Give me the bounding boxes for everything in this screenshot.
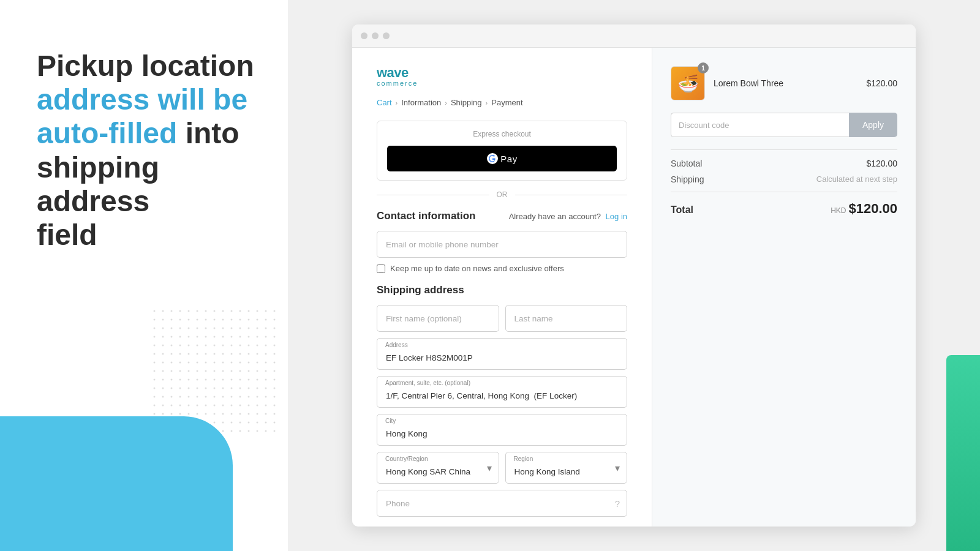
discount-row: Apply [671, 113, 897, 137]
first-name-input[interactable] [377, 305, 499, 332]
headline-text: Pickup location address will be auto-fil… [37, 49, 257, 252]
headline-line1: Pickup location [37, 50, 254, 82]
login-link[interactable]: Log in [606, 212, 627, 221]
breadcrumb-sep3: › [486, 99, 488, 107]
order-item: 🍜 1 Lorem Bowl Three $120.00 [671, 66, 897, 100]
summary-divider [671, 149, 897, 150]
apt-input[interactable] [377, 376, 627, 408]
gpay-label: Pay [500, 154, 517, 164]
total-label: Total [671, 204, 693, 216]
shipping-row: Shipping Calculated at next step [671, 174, 897, 184]
address-group: Address [377, 338, 627, 370]
logo-area: wave commerce [377, 66, 627, 87]
total-value: $120.00 [848, 201, 897, 217]
region-group: Region Hong Kong Island ▾ [505, 452, 628, 484]
item-info: Lorem Bowl Three [714, 78, 858, 88]
shipping-value: Calculated at next step [816, 174, 897, 184]
apply-discount-button[interactable]: Apply [849, 113, 897, 137]
browser-dot-red [361, 32, 368, 39]
country-group: Country/Region Hong Kong SAR China ▾ [377, 452, 499, 484]
country-select[interactable]: Hong Kong SAR China [377, 452, 499, 484]
address-input[interactable] [377, 338, 627, 370]
shipping-section: Shipping address Address [377, 284, 627, 517]
discount-input[interactable] [671, 113, 849, 137]
last-name-group [505, 305, 628, 332]
or-text: OR [497, 190, 508, 199]
express-checkout-title: Express checkout [387, 130, 617, 138]
gpay-g-logo [486, 152, 499, 165]
city-input[interactable] [377, 414, 627, 446]
country-region-row: Country/Region Hong Kong SAR China ▾ Reg… [377, 452, 627, 484]
breadcrumb: Cart › Information › Shipping › Payment [377, 98, 627, 107]
left-panel: Pickup location address will be auto-fil… [0, 0, 288, 551]
breadcrumb-shipping[interactable]: Shipping [451, 98, 482, 107]
browser-dot-yellow [372, 32, 379, 39]
shipping-section-title: Shipping address [377, 284, 627, 296]
shipping-label: Shipping [671, 174, 704, 184]
total-row: Total HKD $120.00 [671, 192, 897, 217]
already-account-text: Already have an account? Log in [509, 212, 627, 221]
contact-section: Contact information Already have an acco… [377, 210, 627, 273]
express-checkout-box: Express checkout Pay [377, 121, 627, 181]
item-image-wrapper: 🍜 1 [671, 66, 705, 100]
breadcrumb-sep2: › [445, 99, 447, 107]
breadcrumb-cart[interactable]: Cart [377, 98, 392, 107]
newsletter-row: Keep me up to date on news and exclusive… [377, 264, 627, 273]
blue-blob-decoration [0, 416, 233, 551]
total-value-wrap: HKD $120.00 [831, 201, 897, 217]
shipping-title-text: Shipping address [377, 284, 464, 296]
first-name-group [377, 305, 499, 332]
item-name: Lorem Bowl Three [714, 78, 858, 88]
browser-content: wave commerce Cart › Information › Shipp… [352, 48, 916, 527]
logo-text: wave [377, 66, 627, 80]
item-price: $120.00 [866, 78, 897, 88]
already-text: Already have an account? [509, 212, 601, 221]
or-line-left [377, 195, 489, 195]
email-input[interactable] [377, 231, 627, 258]
headline-line5: field [37, 219, 97, 251]
region-select[interactable]: Hong Kong Island [505, 452, 628, 484]
contact-section-title: Contact information Already have an acco… [377, 210, 627, 222]
browser-toolbar [352, 24, 916, 48]
headline-line2: address will be [37, 83, 247, 116]
subtotal-value: $120.00 [866, 159, 897, 168]
order-summary-panel: 🍜 1 Lorem Bowl Three $120.00 Apply [652, 48, 916, 527]
or-divider: OR [377, 190, 627, 199]
city-group: City [377, 414, 627, 446]
newsletter-label: Keep me up to date on news and exclusive… [390, 264, 564, 273]
phone-help-icon[interactable]: ? [615, 498, 620, 509]
headline-line3-blue: auto-filled [37, 117, 177, 149]
contact-title-text: Contact information [377, 210, 476, 222]
item-quantity-badge: 1 [698, 62, 709, 73]
breadcrumb-payment[interactable]: Payment [491, 98, 522, 107]
right-panel: wave commerce Cart › Information › Shipp… [288, 0, 980, 551]
name-row [377, 305, 627, 332]
last-name-input[interactable] [505, 305, 628, 332]
browser-window: wave commerce Cart › Information › Shipp… [352, 24, 916, 527]
subtotal-label: Subtotal [671, 159, 702, 168]
breadcrumb-information[interactable]: Information [401, 98, 441, 107]
checkout-form-panel: wave commerce Cart › Information › Shipp… [352, 48, 652, 527]
headline-line3-rest: into [177, 117, 239, 149]
browser-dot-green [383, 32, 390, 39]
apt-group: Apartment, suite, etc. (optional) [377, 376, 627, 408]
logo-sub: commerce [377, 80, 627, 87]
teal-strip-decoration [946, 355, 980, 551]
newsletter-checkbox[interactable] [377, 264, 385, 273]
total-currency: HKD [831, 206, 846, 215]
subtotal-row: Subtotal $120.00 [671, 159, 897, 168]
headline-line4: shipping address [37, 151, 159, 217]
breadcrumb-sep1: › [396, 99, 398, 107]
email-form-group [377, 231, 627, 258]
phone-group: ? [377, 490, 627, 517]
phone-input[interactable] [377, 490, 627, 517]
or-line-right [515, 195, 628, 195]
gpay-button[interactable]: Pay [387, 146, 617, 171]
